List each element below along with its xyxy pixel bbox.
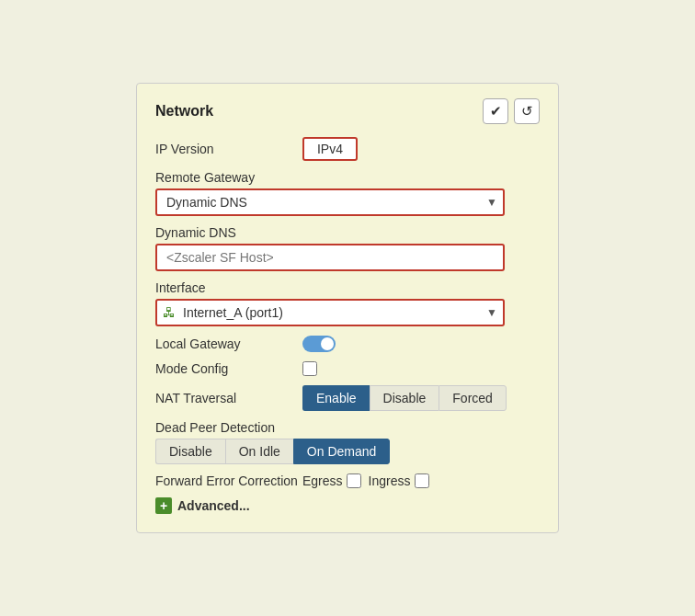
panel-title: Network — [155, 103, 213, 120]
ip-version-value[interactable]: IPv4 — [302, 137, 358, 161]
dead-peer-detection-section: Dead Peer Detection Disable On Idle On D… — [155, 420, 540, 464]
interface-section: Interface 🖧 Internet_A (port1) WAN1 WAN2… — [155, 280, 540, 326]
mode-config-label: Mode Config — [155, 361, 302, 376]
nat-disable-button[interactable]: Disable — [370, 385, 439, 411]
fec-ingress-item: Ingress — [369, 473, 429, 488]
nat-enable-button[interactable]: Enable — [302, 385, 370, 411]
dead-peer-detection-label: Dead Peer Detection — [155, 420, 540, 435]
dynamic-dns-label: Dynamic DNS — [155, 225, 540, 240]
panel-header: Network ✔ ↺ — [155, 98, 540, 124]
fec-egress-item: Egress — [302, 473, 361, 488]
advanced-label[interactable]: Advanced... — [177, 498, 250, 513]
network-panel: Network ✔ ↺ IP Version IPv4 Remote Gatew… — [136, 83, 559, 533]
dynamic-dns-input[interactable] — [155, 244, 505, 271]
dpd-disable-button[interactable]: Disable — [155, 439, 225, 464]
nat-traversal-label: NAT Traversal — [155, 391, 302, 405]
interface-select[interactable]: Internet_A (port1) WAN1 WAN2 — [155, 299, 505, 326]
interface-label: Interface — [155, 280, 540, 295]
dpd-on-demand-button[interactable]: On Demand — [293, 439, 390, 464]
local-gateway-label: Local Gateway — [155, 337, 302, 351]
dpd-on-idle-button[interactable]: On Idle — [225, 439, 293, 464]
reset-icon: ↺ — [521, 103, 533, 120]
remote-gateway-select[interactable]: Dynamic DNS Static IP Dialup Dynamic IP — [155, 188, 505, 216]
remote-gateway-section: Remote Gateway Dynamic DNS Static IP Dia… — [155, 170, 540, 216]
fec-egress-label: Egress — [302, 473, 343, 488]
fec-ingress-checkbox[interactable] — [415, 473, 429, 488]
fec-label: Forward Error Correction — [155, 473, 302, 488]
reset-button[interactable]: ↺ — [514, 98, 540, 124]
advanced-plus-button[interactable]: + — [155, 497, 172, 514]
dpd-group: Disable On Idle On Demand — [155, 439, 540, 464]
check-icon: ✔ — [490, 103, 502, 120]
fec-ingress-label: Ingress — [369, 473, 411, 488]
local-gateway-row: Local Gateway — [155, 336, 540, 352]
ip-version-row: IP Version IPv4 — [155, 137, 540, 161]
nat-traversal-row: NAT Traversal Enable Disable Forced — [155, 385, 540, 411]
remote-gateway-select-wrapper: Dynamic DNS Static IP Dialup Dynamic IP … — [155, 188, 505, 216]
dynamic-dns-section: Dynamic DNS — [155, 225, 540, 271]
mode-config-row: Mode Config — [155, 361, 540, 376]
interface-select-wrapper: 🖧 Internet_A (port1) WAN1 WAN2 ▼ — [155, 299, 505, 326]
local-gateway-toggle[interactable] — [302, 336, 336, 352]
nat-traversal-group: Enable Disable Forced — [302, 385, 507, 411]
confirm-button[interactable]: ✔ — [483, 98, 508, 124]
fec-controls: Egress Ingress — [302, 473, 429, 488]
header-icons: ✔ ↺ — [483, 98, 540, 124]
fec-row: Forward Error Correction Egress Ingress — [155, 473, 540, 488]
fec-egress-checkbox[interactable] — [347, 473, 361, 488]
toggle-knob — [321, 337, 334, 350]
ip-version-label: IP Version — [155, 142, 302, 156]
nat-forced-button[interactable]: Forced — [439, 385, 507, 411]
mode-config-checkbox[interactable] — [302, 361, 317, 376]
advanced-row: + Advanced... — [155, 497, 540, 514]
remote-gateway-label: Remote Gateway — [155, 170, 540, 185]
